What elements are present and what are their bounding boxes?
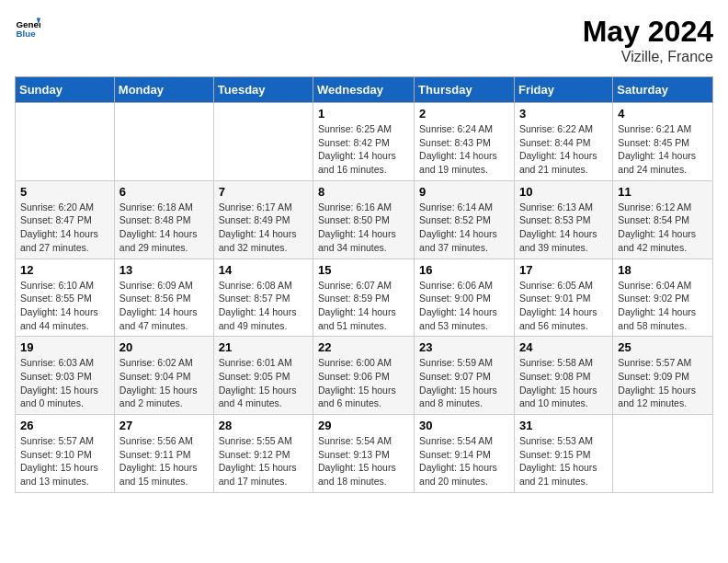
day-number: 22 [318, 340, 409, 354]
calendar-cell: 24Sunrise: 5:58 AM Sunset: 9:08 PM Dayli… [514, 337, 612, 415]
calendar-cell: 30Sunrise: 5:54 AM Sunset: 9:14 PM Dayli… [415, 415, 515, 493]
day-info: Sunrise: 6:09 AM Sunset: 8:56 PM Dayligh… [119, 279, 209, 333]
calendar-cell: 21Sunrise: 6:01 AM Sunset: 9:05 PM Dayli… [213, 337, 313, 415]
day-number: 29 [318, 419, 409, 432]
day-info: Sunrise: 6:04 AM Sunset: 9:02 PM Dayligh… [618, 279, 708, 333]
day-number: 20 [119, 340, 209, 354]
weekday-header-friday: Friday [514, 77, 612, 103]
calendar-cell: 27Sunrise: 5:56 AM Sunset: 9:11 PM Dayli… [114, 415, 213, 493]
day-info: Sunrise: 6:05 AM Sunset: 9:01 PM Dayligh… [519, 279, 608, 333]
calendar-cell: 3Sunrise: 6:22 AM Sunset: 8:44 PM Daylig… [514, 103, 612, 181]
day-number: 13 [119, 263, 209, 277]
day-number: 5 [20, 185, 109, 199]
calendar-cell: 29Sunrise: 5:54 AM Sunset: 9:13 PM Dayli… [313, 415, 415, 493]
calendar-cell: 7Sunrise: 6:17 AM Sunset: 8:49 PM Daylig… [213, 180, 313, 259]
day-number: 15 [318, 263, 409, 277]
calendar-cell: 8Sunrise: 6:16 AM Sunset: 8:50 PM Daylig… [313, 180, 415, 259]
day-info: Sunrise: 6:10 AM Sunset: 8:55 PM Dayligh… [20, 279, 109, 333]
calendar-cell: 4Sunrise: 6:21 AM Sunset: 8:45 PM Daylig… [613, 103, 713, 181]
calendar-cell: 31Sunrise: 5:53 AM Sunset: 9:15 PM Dayli… [514, 415, 612, 493]
calendar-cell: 12Sunrise: 6:10 AM Sunset: 8:55 PM Dayli… [16, 259, 115, 337]
day-info: Sunrise: 6:24 AM Sunset: 8:43 PM Dayligh… [419, 122, 509, 177]
calendar-cell: 2Sunrise: 6:24 AM Sunset: 8:43 PM Daylig… [415, 103, 515, 181]
day-number: 27 [119, 419, 209, 432]
calendar-cell: 19Sunrise: 6:03 AM Sunset: 9:03 PM Dayli… [16, 337, 115, 415]
day-number: 12 [20, 263, 109, 277]
logo: General Blue [15, 15, 40, 40]
day-number: 30 [419, 419, 509, 432]
day-info: Sunrise: 6:17 AM Sunset: 8:49 PM Dayligh… [219, 201, 308, 255]
weekday-header-tuesday: Tuesday [213, 77, 313, 103]
day-info: Sunrise: 6:14 AM Sunset: 8:52 PM Dayligh… [419, 201, 509, 255]
calendar-cell: 26Sunrise: 5:57 AM Sunset: 9:10 PM Dayli… [16, 415, 115, 493]
day-info: Sunrise: 6:20 AM Sunset: 8:47 PM Dayligh… [20, 201, 109, 255]
calendar-cell: 9Sunrise: 6:14 AM Sunset: 8:52 PM Daylig… [415, 180, 515, 259]
day-info: Sunrise: 6:00 AM Sunset: 9:06 PM Dayligh… [318, 356, 409, 410]
day-info: Sunrise: 5:56 AM Sunset: 9:11 PM Dayligh… [119, 434, 209, 488]
day-number: 21 [219, 340, 308, 354]
day-number: 25 [618, 340, 708, 354]
calendar-table: SundayMondayTuesdayWednesdayThursdayFrid… [15, 76, 713, 493]
calendar-cell [613, 415, 713, 493]
weekday-header-thursday: Thursday [415, 77, 515, 103]
weekday-header-monday: Monday [114, 77, 213, 103]
day-info: Sunrise: 6:07 AM Sunset: 8:59 PM Dayligh… [318, 279, 409, 333]
calendar-cell: 23Sunrise: 5:59 AM Sunset: 9:07 PM Dayli… [415, 337, 515, 415]
day-info: Sunrise: 6:22 AM Sunset: 8:44 PM Dayligh… [519, 122, 608, 177]
calendar-cell: 6Sunrise: 6:18 AM Sunset: 8:48 PM Daylig… [114, 180, 213, 259]
day-number: 19 [20, 340, 109, 354]
calendar-cell: 17Sunrise: 6:05 AM Sunset: 9:01 PM Dayli… [514, 259, 612, 337]
day-number: 23 [419, 340, 509, 354]
calendar-cell: 16Sunrise: 6:06 AM Sunset: 9:00 PM Dayli… [415, 259, 515, 337]
day-info: Sunrise: 6:18 AM Sunset: 8:48 PM Dayligh… [119, 201, 209, 255]
day-number: 4 [618, 107, 708, 121]
day-number: 16 [419, 263, 509, 277]
calendar-cell: 5Sunrise: 6:20 AM Sunset: 8:47 PM Daylig… [16, 180, 115, 259]
calendar-cell: 11Sunrise: 6:12 AM Sunset: 8:54 PM Dayli… [613, 180, 713, 259]
calendar-cell: 10Sunrise: 6:13 AM Sunset: 8:53 PM Dayli… [514, 180, 612, 259]
day-info: Sunrise: 5:58 AM Sunset: 9:08 PM Dayligh… [519, 356, 608, 410]
day-number: 3 [519, 107, 608, 121]
day-number: 6 [119, 185, 209, 199]
day-info: Sunrise: 5:54 AM Sunset: 9:14 PM Dayligh… [419, 434, 509, 488]
day-number: 8 [318, 185, 409, 199]
calendar-cell [16, 103, 115, 181]
day-info: Sunrise: 6:08 AM Sunset: 8:57 PM Dayligh… [219, 279, 308, 333]
day-info: Sunrise: 6:02 AM Sunset: 9:04 PM Dayligh… [119, 356, 209, 410]
day-info: Sunrise: 6:13 AM Sunset: 8:53 PM Dayligh… [519, 201, 608, 255]
day-info: Sunrise: 5:57 AM Sunset: 9:09 PM Dayligh… [618, 356, 708, 410]
calendar-cell: 25Sunrise: 5:57 AM Sunset: 9:09 PM Dayli… [613, 337, 713, 415]
calendar-cell [114, 103, 213, 181]
day-info: Sunrise: 5:55 AM Sunset: 9:12 PM Dayligh… [219, 434, 308, 488]
day-info: Sunrise: 6:16 AM Sunset: 8:50 PM Dayligh… [318, 201, 409, 255]
day-info: Sunrise: 5:59 AM Sunset: 9:07 PM Dayligh… [419, 356, 509, 410]
day-info: Sunrise: 5:54 AM Sunset: 9:13 PM Dayligh… [318, 434, 409, 488]
day-number: 31 [519, 419, 608, 432]
calendar-cell: 14Sunrise: 6:08 AM Sunset: 8:57 PM Dayli… [213, 259, 313, 337]
day-number: 24 [519, 340, 608, 354]
day-number: 1 [318, 107, 409, 121]
day-number: 2 [419, 107, 509, 121]
day-number: 9 [419, 185, 509, 199]
day-number: 11 [618, 185, 708, 199]
weekday-header-saturday: Saturday [613, 77, 713, 103]
calendar-cell [213, 103, 313, 181]
day-number: 14 [219, 263, 308, 277]
day-info: Sunrise: 5:53 AM Sunset: 9:15 PM Dayligh… [519, 434, 608, 488]
calendar-cell: 18Sunrise: 6:04 AM Sunset: 9:02 PM Dayli… [613, 259, 713, 337]
week-row-1: 1Sunrise: 6:25 AM Sunset: 8:42 PM Daylig… [16, 103, 713, 181]
month-year: May 2024 [583, 15, 713, 49]
week-row-2: 5Sunrise: 6:20 AM Sunset: 8:47 PM Daylig… [16, 180, 713, 259]
week-row-3: 12Sunrise: 6:10 AM Sunset: 8:55 PM Dayli… [16, 259, 713, 337]
day-info: Sunrise: 6:06 AM Sunset: 9:00 PM Dayligh… [419, 279, 509, 333]
location: Vizille, France [583, 49, 713, 65]
day-number: 7 [219, 185, 308, 199]
day-info: Sunrise: 6:01 AM Sunset: 9:05 PM Dayligh… [219, 356, 308, 410]
calendar-cell: 20Sunrise: 6:02 AM Sunset: 9:04 PM Dayli… [114, 337, 213, 415]
day-number: 10 [519, 185, 608, 199]
logo-icon: General Blue [15, 15, 40, 40]
day-number: 17 [519, 263, 608, 277]
calendar-cell: 15Sunrise: 6:07 AM Sunset: 8:59 PM Dayli… [313, 259, 415, 337]
weekday-header-sunday: Sunday [16, 77, 115, 103]
calendar-cell: 28Sunrise: 5:55 AM Sunset: 9:12 PM Dayli… [213, 415, 313, 493]
